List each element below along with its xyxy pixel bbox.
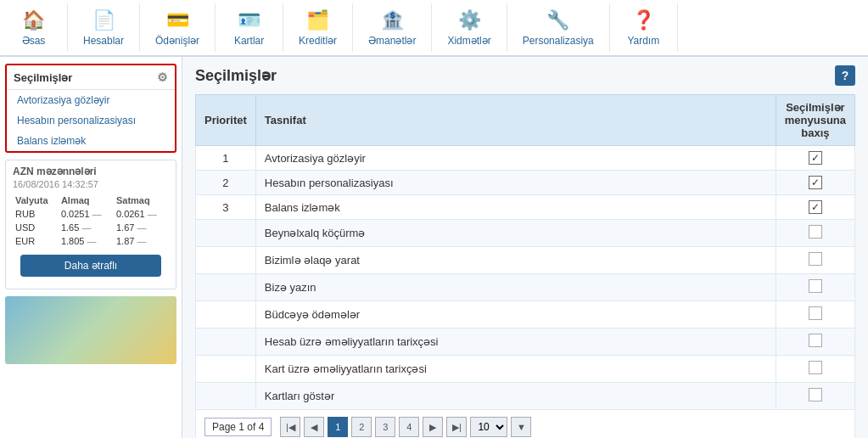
nav-services[interactable]: ⚙️ Xidmətlər [432,3,507,52]
sidebar-favorites-header: Seçilmişlər ⚙ [7,65,175,90]
row-checkbox[interactable] [809,151,822,165]
gear-icon[interactable]: ⚙ [157,70,168,84]
col-priority: Prioritet [196,95,256,146]
priority-cell: 1 [196,146,256,171]
nav-cards-label: Kartlar [234,35,264,47]
name-cell: Avtorizasiya gözləyir [255,146,776,171]
name-cell: Büdcəyə ödəmələr [255,301,776,328]
row-checkbox[interactable] [809,306,822,320]
row-checkbox[interactable] [809,176,822,189]
first-page-button[interactable]: |◀ [280,417,300,437]
nav-help[interactable]: ❓ Yardım [610,3,678,52]
row-checkbox[interactable] [809,225,822,239]
currency-row: USD 1.65 — 1.67 — [13,221,169,234]
currency-buy: 1.65 — [59,221,114,234]
page-1-button[interactable]: 1 [328,417,348,437]
priority-cell [196,328,256,356]
currency-col-code: Valyuta [13,194,59,207]
checkbox-cell[interactable] [776,146,854,171]
name-cell: Bizimlə əlaqə yarat [255,247,776,274]
top-navigation: 🏠 Əsas 📄 Hesablar 💳 Ödənişlər 🪪 Kartlar … [0,0,868,57]
sidebar-item-personalization[interactable]: Hesabın personalizasiyası [7,110,175,131]
name-cell: Balans izləmək [255,195,776,220]
currency-panel: AZN məzənnələri 16/08/2016 14:32:57 Valy… [5,160,176,289]
next-page-button[interactable]: ▶ [423,417,443,437]
accounts-icon: 📄 [90,8,117,32]
pagination-bar: Page 1 of 4 |◀ ◀ 1 2 3 4 ▶ ▶| 10 20 50 ▼ [195,410,855,438]
sidebar: Seçilmişlər ⚙ Avtorizasiya gözləyir Hesa… [0,57,182,438]
priority-cell [196,356,256,383]
savings-icon: 🏦 [378,8,406,32]
sidebar-favorites-title: Seçilmişlər [14,71,72,84]
checkbox-cell[interactable] [776,274,854,301]
sidebar-item-balance[interactable]: Balans izləmək [7,131,175,151]
favorites-table: Prioritet Tasnifat Seçilmişlər menyusuna… [195,94,855,410]
table-row: Kart üzrə əməliyyatların tarixçəsi [196,356,855,383]
checkbox-cell[interactable] [776,195,854,220]
currency-buy: 0.0251 — [59,207,114,221]
table-row: 3 Balans izləmək [196,195,855,220]
checkbox-cell[interactable] [776,383,854,410]
row-checkbox[interactable] [809,361,822,374]
credits-icon: 🗂️ [305,8,332,32]
row-checkbox[interactable] [809,334,822,347]
payments-icon: 💳 [164,8,191,32]
nav-payments-label: Ödənişlər [155,35,199,47]
help-button[interactable]: ? [835,65,855,86]
currency-sell: 1.87 — [114,234,169,248]
sidebar-favorites-panel: Seçilmişlər ⚙ Avtorizasiya gözləyir Hesa… [5,64,176,153]
checkbox-cell[interactable] [776,356,854,383]
col-name: Tasnifat [255,95,776,146]
currency-row: RUB 0.0251 — 0.0261 — [13,207,169,221]
table-row: 2 Hesabın personalizasiyası [196,171,855,195]
currency-code: USD [13,221,59,234]
content-area: Seçilmişlər ? Prioritet Tasnifat Seçilmi… [182,57,868,438]
content-header: Seçilmişlər ? [195,65,855,86]
last-page-button[interactable]: ▶| [446,417,467,437]
checkbox-cell[interactable] [776,171,854,195]
nav-cards[interactable]: 🪪 Kartlar [216,3,283,52]
row-checkbox[interactable] [809,252,822,266]
table-row: Bizimlə əlaqə yarat [196,247,855,274]
nav-savings-label: Əmanətlər [368,35,416,47]
nav-accounts[interactable]: 📄 Hesablar [68,3,140,52]
priority-cell [196,301,256,328]
currency-table: Valyuta Almaq Satmaq RUB 0.0251 — 0.0261… [13,194,169,248]
cards-icon: 🪪 [236,8,263,32]
personalization-icon: 🔧 [545,8,572,32]
name-cell: Kart üzrə əməliyyatların tarixçəsi [255,356,776,383]
nav-personalization-label: Personalizasiya [523,35,594,47]
table-row: 1 Avtorizasiya gözləyir [196,146,855,171]
checkbox-cell[interactable] [776,220,854,247]
more-details-button[interactable]: Daha ətraflı [20,255,161,277]
nav-credits-label: Kreditlər [299,35,337,47]
nav-payments[interactable]: 💳 Ödənişlər [140,3,216,52]
name-cell: Kartları göstər [255,383,776,410]
nav-savings[interactable]: 🏦 Əmanətlər [353,3,432,52]
currency-date: 16/08/2016 14:32:57 [13,179,169,189]
row-checkbox[interactable] [809,279,822,293]
page-3-button[interactable]: 3 [375,417,395,437]
row-checkbox[interactable] [809,200,822,214]
sidebar-banner [5,296,176,364]
nav-credits[interactable]: 🗂️ Kreditlər [283,3,353,52]
table-row: Beynəlxalq köçürmə [196,220,855,247]
sidebar-item-authorization[interactable]: Avtorizasiya gözləyir [7,90,175,110]
row-checkbox[interactable] [809,388,822,402]
name-cell: Hesabın personalizasiyası [255,171,776,195]
currency-col-sell: Satmaq [114,194,169,207]
page-2-button[interactable]: 2 [351,417,372,437]
nav-services-label: Xidmətlər [447,35,490,47]
per-page-select[interactable]: 10 20 50 [470,417,507,437]
currency-buy: 1.805 — [59,234,114,248]
checkbox-cell[interactable] [776,247,854,274]
nav-home[interactable]: 🏠 Əsas [0,3,68,52]
nav-personalization[interactable]: 🔧 Personalizasiya [507,3,610,52]
checkbox-cell[interactable] [776,328,854,356]
checkbox-cell[interactable] [776,301,854,328]
page-4-button[interactable]: 4 [399,417,419,437]
prev-page-button[interactable]: ◀ [304,417,324,437]
currency-sell: 0.0261 — [114,207,169,221]
per-page-dropdown-btn[interactable]: ▼ [511,417,531,437]
home-icon: 🏠 [20,8,48,32]
